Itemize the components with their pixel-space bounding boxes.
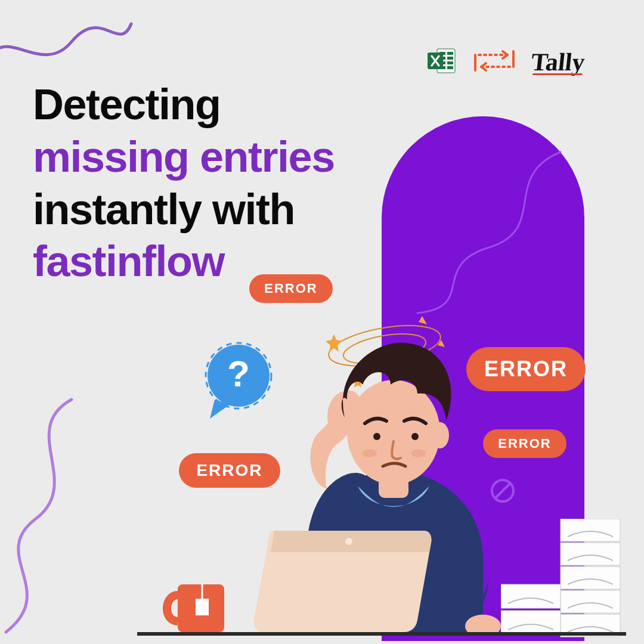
decorative-squiggle-bottom	[0, 394, 119, 644]
transfer-arrows-icon	[473, 47, 516, 78]
svg-point-28	[411, 449, 426, 457]
top-icons-row: Tally	[426, 47, 585, 78]
svg-point-29	[345, 538, 352, 545]
svg-rect-8	[447, 66, 453, 69]
svg-rect-36	[561, 590, 620, 613]
svg-rect-35	[561, 566, 620, 589]
svg-point-26	[411, 433, 419, 440]
svg-rect-39	[501, 611, 561, 634]
mug-icon	[161, 578, 233, 638]
svg-rect-6	[447, 61, 453, 64]
excel-icon	[426, 47, 457, 78]
tally-logo: Tally	[530, 48, 586, 76]
svg-rect-4	[447, 57, 453, 60]
svg-rect-31	[196, 599, 209, 615]
svg-rect-38	[501, 584, 561, 608]
svg-rect-34	[561, 543, 620, 565]
svg-point-27	[363, 449, 377, 457]
svg-text:?: ?	[227, 353, 250, 394]
headline: Detecting missing entries instantly with…	[33, 79, 391, 288]
laptop-icon	[250, 525, 447, 638]
desk-line	[137, 632, 626, 636]
svg-point-23	[347, 380, 440, 485]
paper-stacks-icon	[501, 519, 626, 638]
headline-line3: instantly with	[33, 185, 295, 233]
svg-rect-33	[561, 519, 620, 541]
svg-rect-2	[447, 52, 453, 55]
question-bubble-icon: ?	[197, 340, 280, 423]
headline-line2: missing entries	[33, 133, 335, 181]
svg-point-24	[431, 422, 449, 448]
headline-line1: Detecting	[33, 80, 221, 128]
headline-line4: fastinflow	[33, 237, 224, 285]
svg-point-25	[373, 433, 380, 440]
error-badge: ERROR	[179, 453, 280, 488]
